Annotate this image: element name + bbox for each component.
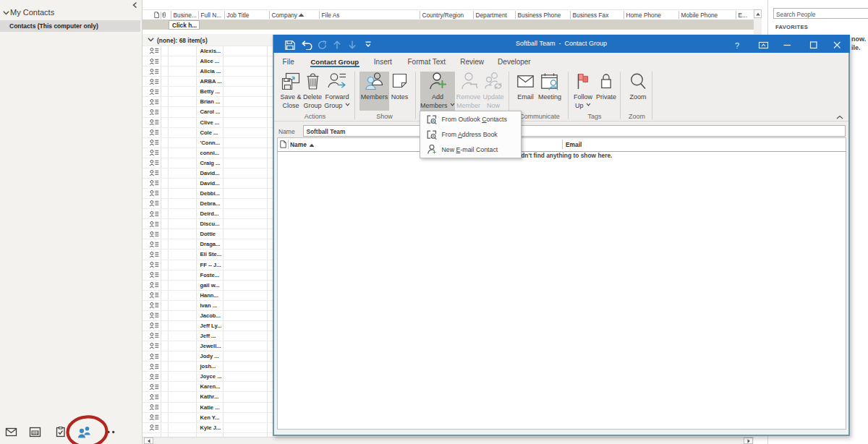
svg-text:?: ? xyxy=(735,40,739,49)
